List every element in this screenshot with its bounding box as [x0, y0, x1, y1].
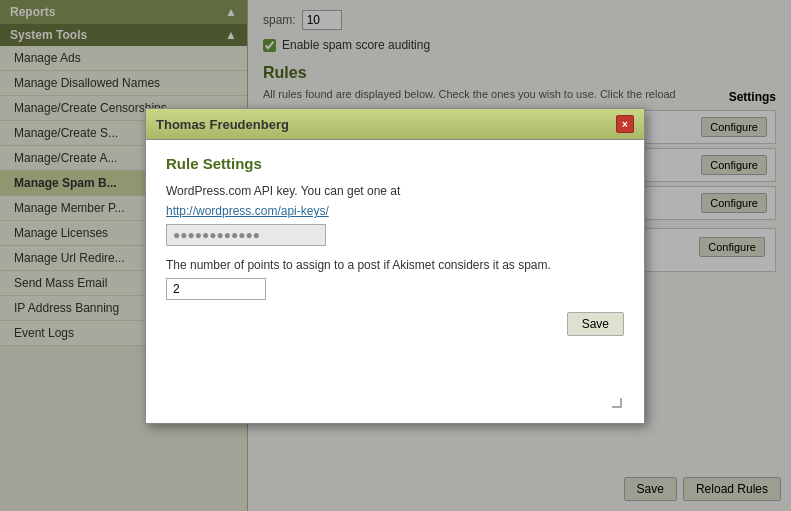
dialog-close-button[interactable]: ×: [616, 115, 634, 133]
dialog-body-title: Rule Settings: [166, 155, 624, 172]
dialog-api-key-label: WordPress.com API key. You can get one a…: [166, 184, 624, 198]
dialog-points-input[interactable]: [166, 278, 266, 300]
dialog-api-key-link[interactable]: http://wordpress.com/api-keys/: [166, 204, 329, 218]
dialog-save-row: Save: [166, 312, 624, 336]
dialog-resize-area: [166, 396, 624, 408]
dialog-points-label: The number of points to assign to a post…: [166, 258, 624, 272]
dialog-save-button[interactable]: Save: [567, 312, 624, 336]
dialog-body: Rule Settings WordPress.com API key. You…: [146, 140, 644, 423]
dialog-titlebar: Thomas Freudenberg ×: [146, 109, 644, 140]
dialog-title: Thomas Freudenberg: [156, 117, 289, 132]
dialog-extra-space: [166, 336, 624, 396]
dialog-resize-handle[interactable]: [612, 398, 622, 408]
dialog-api-key-input[interactable]: [166, 224, 326, 246]
dialog: Thomas Freudenberg × Rule Settings WordP…: [145, 108, 645, 424]
